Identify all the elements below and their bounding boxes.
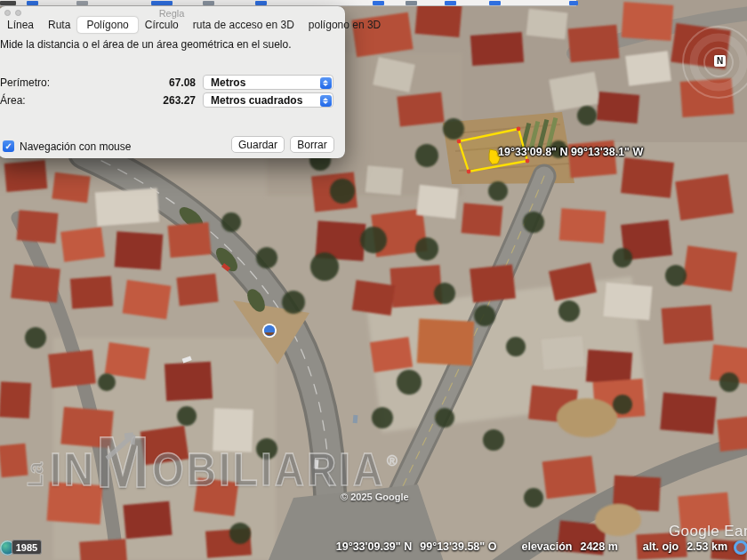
area-unit-value: Metros cuadrados [211,94,302,107]
imagery-year-badge[interactable]: 1985 [12,540,42,555]
status-longitude: 99°13'39.58" O [420,540,496,553]
polygon-vertex [526,159,530,164]
tab-ruta[interactable]: Ruta [41,18,77,32]
polygon-vertex [517,127,521,132]
toolbar-icon[interactable] [373,1,384,5]
polygon-coordinates-label: 19°33'09.8" N 99°13'38.1" W [498,146,643,158]
perimeter-label: Perímetro: [0,76,50,89]
status-latitude: 19°33'09.39" N [336,540,413,553]
tab-poligono[interactable]: Polígono [77,17,137,33]
map-copyright: © 2025 Google [341,492,409,502]
photo-placemark[interactable] [262,324,277,338]
save-button[interactable]: Guardar [231,136,285,153]
toolbar-icon[interactable] [255,1,267,5]
google-earth-logo: Google Earth [669,523,747,540]
status-elevation-label: elevación [521,540,572,553]
toolbar-icon[interactable] [151,1,173,5]
dialog-description: Mide la distancia o el área de un área g… [0,38,292,51]
status-eye-alt-label: alt. ojo [643,540,679,553]
status-bar: 19°33'09.39" N 99°13'39.58" O elevación … [336,540,727,553]
status-elevation-value: 2428 m [580,540,617,553]
perimeter-unit-select[interactable]: Metros [203,75,333,90]
stepper-icon [320,95,332,107]
top-toolbar[interactable] [0,0,576,6]
clear-button[interactable]: Borrar [290,136,334,153]
toolbar-icon[interactable] [27,1,38,5]
dialog-titlebar[interactable]: Regla [0,6,345,17]
toolbar-icon[interactable] [445,1,456,5]
toolbar-icon[interactable] [569,1,578,5]
mouse-navigation-checkbox[interactable]: ✓ [3,140,14,152]
tab-poligono-3d[interactable]: polígono en 3D [301,18,388,32]
compass-north-button[interactable]: N [714,55,726,67]
polygon-vertex [457,140,462,144]
tab-circulo[interactable]: Círculo [138,18,186,32]
perimeter-value: 67.08 [133,76,196,89]
status-eye-alt-value: 2.53 km [687,540,727,553]
toolbar-icon[interactable] [76,1,88,5]
area-unit-select[interactable]: Metros cuadrados [203,92,333,108]
area-label: Área: [0,94,26,107]
area-value: 263.27 [133,94,196,107]
polygon-vertex [467,170,471,174]
google-earth-window: 19°33'09.8" N 99°13'38.1" W N La IN M OB… [0,0,747,560]
toolbar-icon[interactable] [406,1,417,5]
stepper-icon [320,77,332,89]
tab-linea[interactable]: Línea [0,18,41,32]
toolbar-icon[interactable] [0,1,16,5]
streaming-indicator-icon [734,540,747,555]
toolbar-icon[interactable] [489,1,501,5]
tab-ruta-acceso-3d[interactable]: ruta de acceso en 3D [186,18,301,32]
perimeter-unit-value: Metros [211,76,245,89]
ruler-tabbar: Línea Ruta Polígono Círculo ruta de acce… [0,17,345,33]
ruler-dialog: Regla Línea Ruta Polígono Círculo ruta d… [0,6,345,158]
mouse-navigation-label: Navegación con mouse [20,140,131,153]
toolbar-icon[interactable] [203,1,214,5]
dialog-title: Regla [0,8,345,19]
